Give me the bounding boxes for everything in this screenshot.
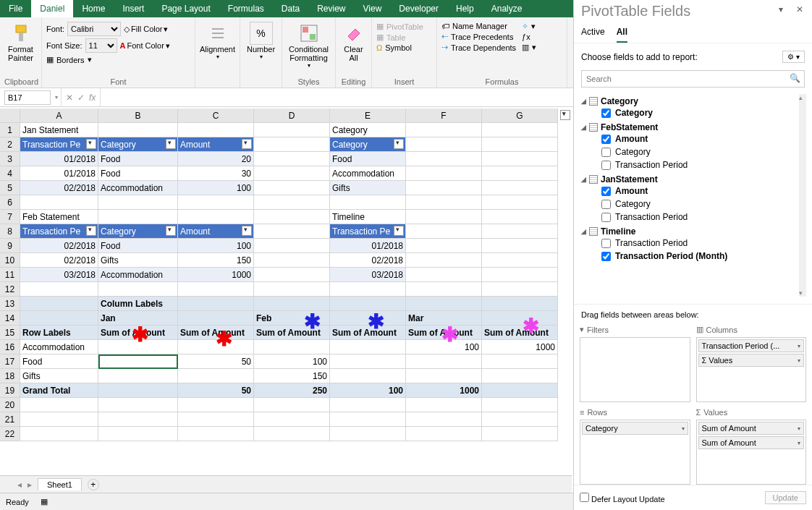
cell[interactable]: Sum of Amount — [178, 326, 254, 340]
field-item[interactable]: Amount — [601, 184, 805, 197]
col-header-f[interactable]: F — [406, 109, 482, 123]
cell[interactable] — [406, 195, 482, 210]
cell[interactable] — [406, 152, 482, 166]
cell[interactable] — [406, 253, 482, 268]
row-header-4[interactable]: 4 — [0, 166, 20, 181]
cell[interactable]: 02/2018 — [20, 239, 98, 253]
row-header-3[interactable]: 3 — [0, 152, 20, 166]
filter-dropdown-icon[interactable] — [242, 226, 252, 236]
cell[interactable] — [406, 369, 482, 383]
cell[interactable] — [406, 166, 482, 181]
row-header-17[interactable]: 17 — [0, 354, 20, 369]
cell[interactable] — [406, 210, 482, 224]
hdr-jan-amount[interactable]: Amount — [178, 137, 254, 152]
cell[interactable] — [330, 369, 406, 383]
pane-close-icon[interactable]: ✕ — [796, 4, 803, 14]
cell[interactable] — [98, 340, 178, 354]
cell[interactable]: Sum of Amount — [98, 326, 178, 340]
filters-dropzone[interactable] — [580, 337, 690, 402]
row-header-6[interactable]: 6 — [0, 195, 20, 210]
chevron-down-icon[interactable]: ▾ — [682, 425, 685, 432]
row-header-10[interactable]: 10 — [0, 253, 20, 268]
cell[interactable]: Column Labels — [98, 297, 178, 311]
cell[interactable] — [20, 398, 98, 412]
cell[interactable] — [482, 137, 558, 152]
cell[interactable] — [178, 369, 254, 383]
cell[interactable]: Jan — [98, 311, 178, 326]
filter-dropdown-icon[interactable] — [242, 139, 252, 149]
cell[interactable]: Food — [98, 239, 178, 253]
cell[interactable] — [98, 210, 178, 224]
row-header-9[interactable]: 9 — [0, 239, 20, 253]
name-box[interactable] — [4, 90, 51, 105]
sheet-nav-next[interactable]: ▸ — [28, 480, 32, 490]
cell[interactable]: 1000 — [406, 383, 482, 398]
cell[interactable]: 02/2018 — [20, 181, 98, 195]
cell[interactable] — [482, 398, 558, 412]
col-header-b[interactable]: B — [98, 109, 178, 123]
fx-icon[interactable]: fx — [89, 93, 96, 103]
cell[interactable] — [482, 297, 558, 311]
cell[interactable] — [254, 224, 330, 239]
field-item[interactable]: Category — [601, 106, 805, 119]
defer-layout-checkbox[interactable]: Defer Layout Update — [580, 493, 665, 503]
symbol-button[interactable]: ΩSymbol — [376, 43, 423, 52]
cancel-icon[interactable]: ✕ — [66, 93, 73, 103]
row-header-2[interactable]: 2 — [0, 137, 20, 152]
cell[interactable] — [482, 369, 558, 383]
row-header-15[interactable]: 15 — [0, 326, 20, 340]
tab-review[interactable]: Review — [308, 0, 354, 17]
table-node-Category[interactable]: ◢Category — [581, 96, 805, 106]
font-name-select[interactable]: Calibri — [67, 22, 121, 36]
pivottable-button[interactable]: ▦PivotTable — [376, 22, 423, 31]
col-header-a[interactable]: A — [20, 109, 98, 123]
sheet-nav-prev[interactable]: ◂ — [17, 480, 22, 490]
cell[interactable] — [20, 297, 98, 311]
field-item[interactable]: Transaction Period — [601, 211, 805, 224]
cell[interactable] — [178, 427, 254, 441]
cell[interactable]: 30 — [178, 166, 254, 181]
row-header-22[interactable]: 22 — [0, 427, 20, 441]
columns-dropzone[interactable]: Transaction Period (...▾Σ Values▾ — [696, 337, 807, 402]
field-checkbox[interactable] — [601, 187, 611, 196]
pane-tab-all[interactable]: All — [617, 27, 627, 43]
row-header-11[interactable]: 11 — [0, 268, 20, 282]
cell[interactable]: Category — [98, 224, 178, 239]
cell[interactable] — [178, 123, 254, 137]
tab-view[interactable]: View — [355, 0, 391, 17]
tab-developer[interactable]: Developer — [390, 0, 447, 17]
cell[interactable]: Food — [20, 354, 98, 369]
select-all-corner[interactable] — [0, 109, 20, 123]
cell[interactable]: 01/2018 — [20, 152, 98, 166]
row-header-20[interactable]: 20 — [0, 398, 20, 412]
cell[interactable] — [482, 253, 558, 268]
cell[interactable] — [406, 282, 482, 297]
col-header-e[interactable]: E — [330, 109, 406, 123]
font-size-select[interactable]: 11 — [85, 38, 117, 53]
rows-dropzone[interactable]: Category▾ — [580, 420, 690, 485]
tab-pagelayout[interactable]: Page Layout — [153, 0, 219, 17]
cell[interactable] — [178, 210, 254, 224]
row-header-1[interactable]: 1 — [0, 123, 20, 137]
row-header-12[interactable]: 12 — [0, 282, 20, 297]
cell[interactable] — [330, 282, 406, 297]
cell[interactable] — [406, 412, 482, 427]
cell[interactable] — [330, 412, 406, 427]
cell[interactable] — [406, 354, 482, 369]
cell[interactable]: Gifts — [20, 369, 98, 383]
cell[interactable] — [254, 412, 330, 427]
pane-minimize-icon[interactable]: ▾ — [779, 4, 783, 14]
cell[interactable]: 100 — [178, 181, 254, 195]
table-node-JanStatement[interactable]: ◢JanStatement — [581, 174, 805, 184]
cell[interactable]: Amount — [178, 224, 254, 239]
cell[interactable]: Mar — [406, 311, 482, 326]
cell[interactable] — [482, 166, 558, 181]
number-button[interactable]: % Number▾ — [245, 19, 277, 60]
field-pill[interactable]: Σ Values▾ — [698, 354, 805, 367]
cell[interactable] — [330, 427, 406, 441]
add-sheet-button[interactable]: + — [88, 479, 99, 490]
field-search-input[interactable] — [581, 70, 805, 88]
row-header-7[interactable]: 7 — [0, 210, 20, 224]
chevron-down-icon[interactable]: ▾ — [798, 357, 800, 364]
trace-dependents-button[interactable]: ⇢Trace Dependents — [441, 43, 516, 52]
